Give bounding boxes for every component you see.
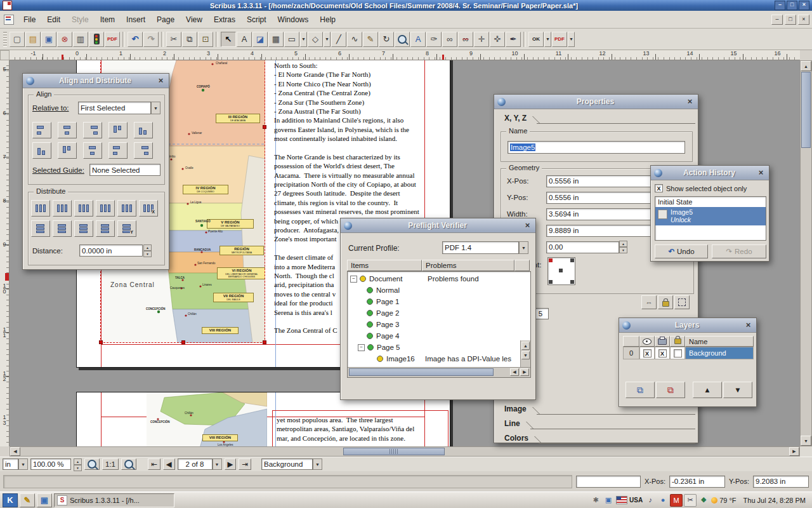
status-entry[interactable] xyxy=(576,476,641,488)
align-centers-vertical-button[interactable] xyxy=(58,122,77,138)
export-pdf-button[interactable]: PDF xyxy=(105,32,120,47)
scroll-right-icon[interactable]: ▶ xyxy=(520,368,529,376)
preflight-verifier-button[interactable] xyxy=(89,32,104,47)
horizontal-scroll-thumb[interactable] xyxy=(343,448,445,455)
preflight-list[interactable]: − Document Problems found Normal Page 1 … xyxy=(347,271,531,378)
us-flag-icon[interactable] xyxy=(616,496,627,504)
redo-button[interactable]: ↷ xyxy=(143,32,159,47)
insert-table-button[interactable]: ▦ xyxy=(268,32,284,47)
menu-item[interactable]: File xyxy=(18,15,41,24)
collapse-icon[interactable]: − xyxy=(358,344,365,351)
preflight-row[interactable]: − Document Problems found xyxy=(350,273,402,284)
distribute-equal-v-button[interactable] xyxy=(96,220,115,237)
delete-layer-button[interactable]: ⧉ xyxy=(656,382,685,398)
distribute-bottoms-button[interactable] xyxy=(74,220,93,237)
action-history-palette[interactable]: Action History × X Show selected object … xyxy=(650,165,769,262)
keyboard-layout-indicator[interactable]: USA xyxy=(629,497,643,504)
basepoint-bottomleft[interactable] xyxy=(549,280,553,284)
name-input[interactable]: Image5 xyxy=(508,141,685,154)
menu-item[interactable]: Windows xyxy=(272,15,315,24)
close-icon[interactable]: × xyxy=(156,76,166,86)
redo-button[interactable]: ↷ Redo xyxy=(712,244,766,258)
align-top-edge-button[interactable] xyxy=(108,142,128,159)
scroll-down-icon[interactable]: ▼ xyxy=(521,351,530,359)
align-titlebar[interactable]: Align and Distribute × xyxy=(23,74,169,88)
insert-text-frame-button[interactable]: A xyxy=(237,32,252,47)
edit-contents-button[interactable]: A xyxy=(410,32,426,47)
distribute-edges-h-button[interactable] xyxy=(117,200,136,217)
distribute-tops-button[interactable] xyxy=(31,220,50,237)
insert-shape-dropdown-arrow[interactable]: ▼ xyxy=(300,32,307,47)
undo-button[interactable]: ↶ xyxy=(128,32,143,47)
k-menu-icon[interactable]: K xyxy=(3,493,18,507)
history-item-selected[interactable]: Image5 Unlock xyxy=(655,207,766,225)
print-document-button[interactable]: ▥ xyxy=(73,32,88,47)
menu-item[interactable]: Extras xyxy=(208,15,241,24)
tab-xyz[interactable]: X, Y, Z xyxy=(498,111,695,124)
paste-button[interactable]: ⊡ xyxy=(198,32,213,47)
basepoint-bottomright[interactable] xyxy=(570,280,574,284)
zoom-in-button[interactable] xyxy=(121,458,136,470)
align-bottoms-button[interactable] xyxy=(134,122,153,138)
collapse-icon[interactable]: − xyxy=(350,276,357,283)
window-titlebar[interactable]: Scribus 1.3.3.11 - [/home/zach/Documents… xyxy=(0,0,812,11)
taskbar-window-button[interactable]: S Scribus 1.3.3.11 - [/h... xyxy=(54,493,174,507)
insert-freehand-button[interactable]: ✎ xyxy=(363,32,378,47)
insert-polygon-dropdown-arrow[interactable]: ▼ xyxy=(324,32,331,47)
lower-layer-button[interactable]: ▼ xyxy=(723,382,752,398)
tray-volume-icon[interactable]: ♪ xyxy=(645,494,656,505)
tray-display-icon[interactable]: ▣ xyxy=(603,495,614,506)
rotate-item-button[interactable]: ↻ xyxy=(379,32,394,47)
vertical-scroll-thumb[interactable] xyxy=(801,72,811,148)
zoom-spinner[interactable]: ▲▼ xyxy=(74,458,82,470)
eye-dropper-button[interactable]: ✒ xyxy=(506,32,521,47)
zoom-out-button[interactable] xyxy=(84,458,100,470)
distribute-centers-h-button[interactable] xyxy=(53,200,72,217)
flip-horizontal-button[interactable]: ⇔ xyxy=(641,295,657,309)
copy-button[interactable]: ⧉ xyxy=(182,32,197,47)
previous-page-button[interactable]: ◀ xyxy=(163,458,175,470)
toolbar-handle[interactable] xyxy=(3,32,7,47)
page2-map-image[interactable]: CONCEPCIÓN Chillán Los Angeles VIII REGI… xyxy=(147,392,267,446)
preflight-row[interactable]: Page 2 xyxy=(367,307,399,319)
distribute-left-sides-button[interactable] xyxy=(31,200,50,217)
insert-line-button[interactable]: ╱ xyxy=(331,32,346,47)
menu-item[interactable]: Help xyxy=(314,15,341,24)
clock[interactable]: Thu Jul 24, 8:28 PM xyxy=(738,497,809,504)
pdf-text-field-button[interactable]: PDF xyxy=(552,32,567,47)
edit-text-story-editor-button[interactable]: ✑ xyxy=(426,32,442,47)
lock-object-button[interactable] xyxy=(658,295,673,309)
distance-spinner[interactable]: ▲▼ xyxy=(143,244,152,257)
preflight-row[interactable]: Page 3 xyxy=(367,319,399,330)
distribute-centers-v-button[interactable] xyxy=(53,220,72,237)
layer-visible-cell[interactable]: X xyxy=(639,347,655,359)
preflight-row[interactable]: − Page 5 xyxy=(358,342,400,353)
launcher-desktop-icon[interactable]: ▣ xyxy=(37,493,52,507)
lock-checkbox[interactable] xyxy=(674,349,682,358)
zoom-input[interactable]: 100.00 % xyxy=(30,458,71,470)
scroll-left-icon[interactable]: ◀ xyxy=(510,368,519,376)
show-selected-checkbox[interactable]: X xyxy=(655,184,663,192)
history-item[interactable]: Initial State xyxy=(655,197,766,207)
action-history-titlebar[interactable]: Action History × xyxy=(651,166,769,180)
scroll-right-icon[interactable]: ▶ xyxy=(789,447,799,456)
scroll-left-icon[interactable]: ◀ xyxy=(10,447,20,456)
visible-checkbox[interactable]: X xyxy=(643,349,652,358)
zoom-actual-button[interactable]: 1:1 xyxy=(102,458,119,470)
vertical-ruler[interactable]: 5678910111213 xyxy=(0,60,10,446)
horizontal-scrollbar[interactable]: ◀ ▶ xyxy=(10,446,800,457)
distribute-by-distance-x-button[interactable]: X xyxy=(139,200,158,217)
preflight-row[interactable]: Image16 Image has a DPI-Value les xyxy=(377,353,415,364)
page-select[interactable]: 2 of 8 ▼ xyxy=(178,458,222,470)
menu-item[interactable]: Edit xyxy=(41,15,66,24)
scroll-down-icon[interactable]: ▼ xyxy=(801,436,811,446)
tray-klipper-icon[interactable]: ✂ xyxy=(684,494,697,507)
problems-column-header[interactable]: Problems xyxy=(422,260,514,271)
layer-print-cell[interactable]: X xyxy=(655,347,670,359)
distribute-right-sides-button[interactable] xyxy=(74,200,93,217)
pdf-push-button-dropdown-arrow[interactable]: ▼ xyxy=(544,32,551,47)
layer-name-cell[interactable]: Background xyxy=(685,347,754,359)
mdi-restore-button[interactable]: □ xyxy=(785,15,796,25)
close-document-button[interactable]: ⊗ xyxy=(57,32,72,47)
align-tops-button[interactable] xyxy=(108,122,128,138)
